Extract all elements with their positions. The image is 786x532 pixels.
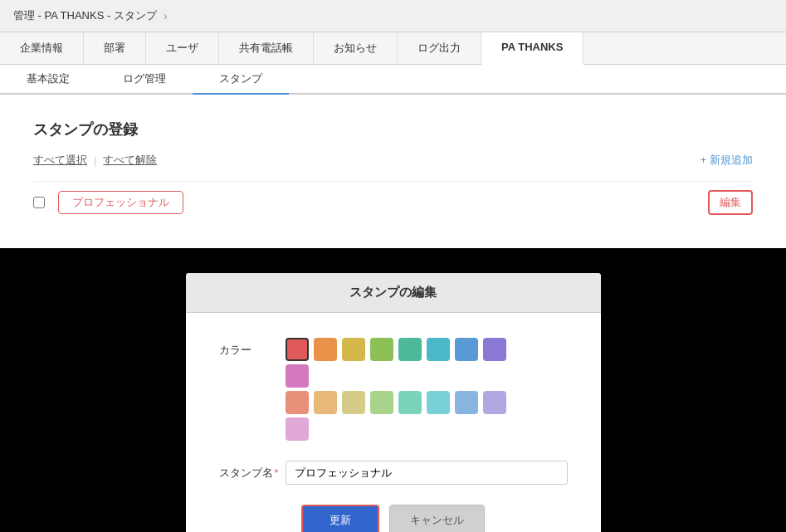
page-title: スタンプの登録: [33, 120, 753, 139]
modal-footer: 更新 キャンセル: [219, 505, 568, 532]
color-swatch-row2-3[interactable]: [370, 391, 393, 414]
sub-nav-basic-settings[interactable]: 基本設定: [0, 65, 96, 93]
nav-item-phonebook[interactable]: 共有電話帳: [219, 32, 314, 64]
color-swatch-row1-0[interactable]: [286, 338, 309, 361]
breadcrumb-text: 管理 - PA THANKS - スタンプ: [13, 8, 157, 23]
color-swatch-row1-2[interactable]: [342, 338, 365, 361]
color-label: カラー: [219, 338, 286, 358]
main-navigation: 企業情報 部署 ユーザ 共有電話帳 お知らせ ログ出力 PA THANKS: [0, 32, 786, 65]
sub-nav-log-management[interactable]: ログ管理: [96, 65, 193, 93]
color-grid-row1: [286, 338, 508, 388]
deselect-all-link[interactable]: すべて解除: [103, 153, 157, 168]
nav-item-notice[interactable]: お知らせ: [314, 32, 398, 64]
color-swatch-row2-0[interactable]: [286, 391, 309, 414]
modal-body: カラー スタンプ名* 更新 キャンセル: [186, 313, 601, 532]
modal-overlay: スタンプの編集 カラー スタンプ名* 更新: [0, 248, 786, 532]
modal-dialog: スタンプの編集 カラー スタンプ名* 更新: [186, 273, 601, 532]
update-button[interactable]: 更新: [301, 505, 379, 532]
select-all-link[interactable]: すべて選択: [33, 153, 87, 168]
stamp-name-input[interactable]: [286, 461, 568, 485]
color-swatch-row2-2[interactable]: [342, 391, 365, 414]
content-area: スタンプの登録 すべて選択 | すべて解除 新規追加 プロフェッショナル 編集: [0, 95, 786, 248]
breadcrumb-arrow: ›: [164, 9, 168, 22]
divider: |: [94, 154, 96, 167]
color-picker: [286, 338, 508, 441]
color-swatch-row1-1[interactable]: [314, 338, 337, 361]
sub-navigation: 基本設定 ログ管理 スタンプ: [0, 65, 786, 95]
selection-left: すべて選択 | すべて解除: [33, 153, 157, 168]
top-area: 管理 - PA THANKS - スタンプ › 企業情報 部署 ユーザ 共有電話…: [0, 0, 786, 248]
stamp-row: プロフェッショナル 編集: [33, 181, 753, 223]
stamp-name-label: スタンプ名*: [219, 461, 286, 481]
color-swatch-row2-7[interactable]: [483, 391, 506, 414]
color-swatch-row1-3[interactable]: [370, 338, 393, 361]
stamp-edit-button[interactable]: 編集: [708, 190, 753, 215]
color-swatch-row1-5[interactable]: [427, 338, 450, 361]
breadcrumb: 管理 - PA THANKS - スタンプ ›: [0, 0, 786, 32]
color-form-row: カラー: [219, 338, 568, 441]
color-swatch-row2-8[interactable]: [286, 417, 309, 441]
color-swatch-row1-7[interactable]: [483, 338, 506, 361]
stamp-name-form-row: スタンプ名*: [219, 461, 568, 485]
selection-controls: すべて選択 | すべて解除 新規追加: [33, 153, 753, 168]
color-grid-row2: [286, 391, 508, 441]
add-new-button[interactable]: 新規追加: [701, 153, 753, 168]
color-swatch-row1-6[interactable]: [455, 338, 478, 361]
nav-item-logout[interactable]: ログ出力: [398, 32, 481, 64]
cancel-button[interactable]: キャンセル: [389, 505, 485, 532]
modal-header: スタンプの編集: [186, 273, 601, 313]
required-mark: *: [275, 466, 279, 479]
stamp-tag: プロフェッショナル: [58, 191, 183, 214]
nav-item-department[interactable]: 部署: [84, 32, 146, 64]
color-swatch-row2-5[interactable]: [427, 391, 450, 414]
stamp-checkbox[interactable]: [33, 197, 45, 208]
nav-item-company[interactable]: 企業情報: [0, 32, 84, 64]
color-swatch-row1-4[interactable]: [398, 338, 422, 361]
color-swatch-row1-8[interactable]: [286, 364, 309, 388]
nav-item-user[interactable]: ユーザ: [146, 32, 219, 64]
color-swatch-row2-1[interactable]: [314, 391, 337, 414]
color-swatch-row2-6[interactable]: [455, 391, 478, 414]
nav-item-pathanks[interactable]: PA THANKS: [481, 32, 583, 65]
sub-nav-stamp[interactable]: スタンプ: [193, 65, 289, 95]
color-swatch-row2-4[interactable]: [398, 391, 422, 414]
